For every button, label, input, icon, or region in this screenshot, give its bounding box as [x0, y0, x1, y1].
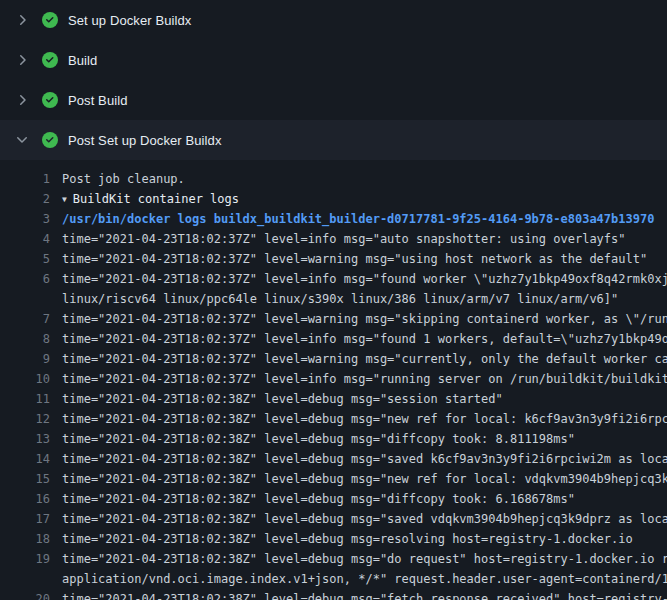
line-number[interactable]: 15: [0, 469, 50, 489]
log-text: time="2021-04-23T18:02:37Z" level=warnin…: [62, 349, 667, 369]
line-number[interactable]: 6: [0, 269, 50, 289]
chevron-right-icon[interactable]: [14, 92, 30, 108]
log-line: 7time="2021-04-23T18:02:37Z" level=warni…: [0, 309, 667, 329]
line-number[interactable]: 10: [0, 369, 50, 389]
line-number[interactable]: 2: [0, 189, 50, 209]
log-text: time="2021-04-23T18:02:37Z" level=info m…: [62, 269, 667, 289]
line-number[interactable]: 7: [0, 309, 50, 329]
log-line-continuation: linux/riscv64 linux/ppc64le linux/s390x …: [0, 289, 667, 309]
chevron-down-icon[interactable]: [14, 132, 30, 148]
line-number[interactable]: 14: [0, 449, 50, 469]
line-number[interactable]: 11: [0, 389, 50, 409]
line-number[interactable]: 1: [0, 169, 50, 189]
step-title: Build: [68, 53, 97, 68]
log-command-text: /usr/bin/docker logs buildx_buildkit_bui…: [62, 209, 654, 229]
chevron-right-icon[interactable]: [14, 12, 30, 28]
line-number[interactable]: 8: [0, 329, 50, 349]
step-title: Post Build: [68, 93, 128, 108]
log-text: time="2021-04-23T18:02:38Z" level=debug …: [62, 389, 503, 409]
step-header-post-build[interactable]: Post Build: [0, 80, 667, 120]
line-number[interactable]: 17: [0, 509, 50, 529]
group-expanded-twistie-icon[interactable]: ▼: [62, 190, 67, 209]
log-text: time="2021-04-23T18:02:38Z" level=debug …: [62, 589, 667, 600]
log-text: time="2021-04-23T18:02:37Z" level=info m…: [62, 329, 667, 349]
log-line: 1Post job cleanup.: [0, 169, 667, 189]
log-text: time="2021-04-23T18:02:38Z" level=debug …: [62, 469, 667, 489]
log-line: 17time="2021-04-23T18:02:38Z" level=debu…: [0, 509, 667, 529]
steps-list: Set up Docker BuildxBuildPost BuildPost …: [0, 0, 667, 160]
line-number[interactable]: 19: [0, 549, 50, 569]
line-number[interactable]: 20: [0, 589, 50, 600]
log-line: 9time="2021-04-23T18:02:37Z" level=warni…: [0, 349, 667, 369]
log-line: 16time="2021-04-23T18:02:38Z" level=debu…: [0, 489, 667, 509]
line-number[interactable]: 13: [0, 429, 50, 449]
log-line: 3/usr/bin/docker logs buildx_buildkit_bu…: [0, 209, 667, 229]
log-text: time="2021-04-23T18:02:38Z" level=debug …: [62, 509, 667, 529]
line-number[interactable]: 18: [0, 529, 50, 549]
log-text: time="2021-04-23T18:02:37Z" level=info m…: [62, 369, 667, 389]
log-line: 13time="2021-04-23T18:02:38Z" level=debu…: [0, 429, 667, 449]
actions-log-viewer: { "theme": { "background": "#161b22", "e…: [0, 0, 667, 600]
log-line: 5time="2021-04-23T18:02:37Z" level=warni…: [0, 249, 667, 269]
line-number[interactable]: 9: [0, 349, 50, 369]
log-text: application/vnd.oci.image.index.v1+json,…: [62, 569, 667, 589]
log-text: time="2021-04-23T18:02:38Z" level=debug …: [62, 489, 575, 509]
line-number[interactable]: 3: [0, 209, 50, 229]
log-text: time="2021-04-23T18:02:38Z" level=debug …: [62, 529, 633, 549]
log-text: time="2021-04-23T18:02:38Z" level=debug …: [62, 429, 575, 449]
log-text: time="2021-04-23T18:02:38Z" level=debug …: [62, 409, 667, 429]
log-line: 8time="2021-04-23T18:02:37Z" level=info …: [0, 329, 667, 349]
step-title: Set up Docker Buildx: [68, 13, 191, 28]
line-number[interactable]: 4: [0, 229, 50, 249]
log-text: time="2021-04-23T18:02:37Z" level=warnin…: [62, 249, 647, 269]
log-text: time="2021-04-23T18:02:38Z" level=debug …: [62, 549, 667, 569]
log-line: 15time="2021-04-23T18:02:38Z" level=debu…: [0, 469, 667, 489]
log-line: 10time="2021-04-23T18:02:37Z" level=info…: [0, 369, 667, 389]
line-number: [0, 569, 50, 589]
log-line: 12time="2021-04-23T18:02:38Z" level=debu…: [0, 409, 667, 429]
log-text: time="2021-04-23T18:02:37Z" level=warnin…: [62, 309, 667, 329]
log-text: time="2021-04-23T18:02:38Z" level=debug …: [62, 449, 667, 469]
log-text: linux/riscv64 linux/ppc64le linux/s390x …: [62, 289, 618, 309]
line-number[interactable]: 5: [0, 249, 50, 269]
step-header-post-set-up-docker-buildx[interactable]: Post Set up Docker Buildx: [0, 120, 667, 160]
line-number: [0, 289, 50, 309]
line-number[interactable]: 12: [0, 409, 50, 429]
success-check-icon: [42, 132, 58, 148]
log-line: 14time="2021-04-23T18:02:38Z" level=debu…: [0, 449, 667, 469]
line-number[interactable]: 16: [0, 489, 50, 509]
log-line: 4time="2021-04-23T18:02:37Z" level=info …: [0, 229, 667, 249]
step-header-build[interactable]: Build: [0, 40, 667, 80]
log-text: ▼BuildKit container logs: [62, 189, 239, 209]
log-line-continuation: application/vnd.oci.image.index.v1+json,…: [0, 569, 667, 589]
success-check-icon: [42, 12, 58, 28]
success-check-icon: [42, 52, 58, 68]
log-text: time="2021-04-23T18:02:37Z" level=info m…: [62, 229, 626, 249]
success-check-icon: [42, 92, 58, 108]
step-header-set-up-docker-buildx[interactable]: Set up Docker Buildx: [0, 0, 667, 40]
log-text: Post job cleanup.: [62, 169, 185, 189]
log-line: 6time="2021-04-23T18:02:37Z" level=info …: [0, 269, 667, 289]
log-line: 19time="2021-04-23T18:02:38Z" level=debu…: [0, 549, 667, 569]
log-line[interactable]: 2▼BuildKit container logs: [0, 189, 667, 209]
log-line: 18time="2021-04-23T18:02:38Z" level=debu…: [0, 529, 667, 549]
chevron-right-icon[interactable]: [14, 52, 30, 68]
log-line: 11time="2021-04-23T18:02:38Z" level=debu…: [0, 389, 667, 409]
log-line: 20time="2021-04-23T18:02:38Z" level=debu…: [0, 589, 667, 600]
log-lines: 1Post job cleanup.2▼BuildKit container l…: [0, 160, 667, 600]
step-title: Post Set up Docker Buildx: [68, 133, 222, 148]
